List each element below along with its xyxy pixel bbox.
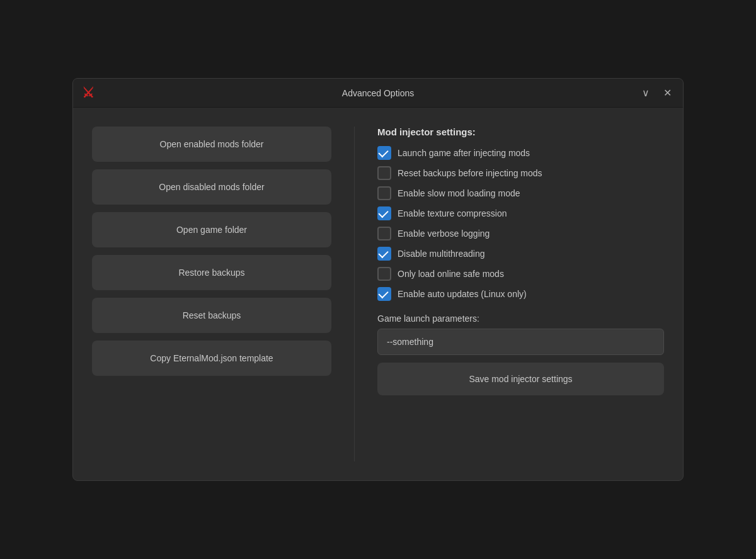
panel-divider: [354, 127, 355, 461]
window-controls: ∨ ✕: [639, 87, 674, 99]
advanced-options-window: ⚔ Advanced Options ∨ ✕ Open enabled mods…: [72, 78, 684, 481]
restore-backups-button[interactable]: Restore backups: [92, 255, 331, 290]
minimize-button[interactable]: ∨: [639, 87, 652, 99]
checkbox-reset-backups-box[interactable]: [377, 166, 391, 180]
app-logo-icon: ⚔: [82, 86, 94, 100]
checkbox-disable-multithreading[interactable]: Disable multithreading: [377, 247, 664, 261]
save-mod-injector-settings-button[interactable]: Save mod injector settings: [377, 363, 664, 395]
checkbox-slow-mod-box[interactable]: [377, 186, 391, 200]
checkbox-list: Launch game after injecting mods Reset b…: [377, 146, 664, 301]
game-launch-params-input[interactable]: [377, 329, 664, 355]
checkbox-texture-compression-label: Enable texture compression: [398, 208, 507, 218]
checkbox-verbose-logging-box[interactable]: [377, 227, 391, 240]
checkbox-auto-updates-box[interactable]: [377, 287, 391, 301]
game-launch-params-label: Game launch parameters:: [377, 313, 664, 324]
copy-template-button[interactable]: Copy EternalMod.json template: [92, 341, 331, 376]
window-title: Advanced Options: [342, 88, 414, 98]
checkbox-slow-mod[interactable]: Enable slow mod loading mode: [377, 186, 664, 200]
titlebar: ⚔ Advanced Options ∨ ✕: [73, 79, 683, 108]
open-enabled-mods-button[interactable]: Open enabled mods folder: [92, 127, 331, 162]
checkbox-auto-updates-label: Enable auto updates (Linux only): [398, 289, 527, 299]
open-disabled-mods-button[interactable]: Open disabled mods folder: [92, 169, 331, 205]
checkbox-launch-game-box[interactable]: [377, 146, 391, 160]
main-content: Open enabled mods folder Open disabled m…: [73, 108, 683, 480]
checkbox-disable-multithreading-box[interactable]: [377, 247, 391, 261]
reset-backups-button[interactable]: Reset backups: [92, 298, 331, 333]
right-panel: Mod injector settings: Launch game after…: [377, 127, 664, 461]
mod-injector-section-title: Mod injector settings:: [377, 127, 664, 137]
left-panel: Open enabled mods folder Open disabled m…: [92, 127, 331, 461]
checkbox-verbose-logging-label: Enable verbose logging: [398, 229, 490, 239]
checkbox-auto-updates[interactable]: Enable auto updates (Linux only): [377, 287, 664, 301]
checkbox-launch-game[interactable]: Launch game after injecting mods: [377, 146, 664, 160]
close-button[interactable]: ✕: [661, 87, 674, 99]
checkbox-online-safe-mods-box[interactable]: [377, 267, 391, 281]
checkbox-launch-game-label: Launch game after injecting mods: [398, 148, 530, 158]
checkbox-verbose-logging[interactable]: Enable verbose logging: [377, 227, 664, 240]
checkbox-disable-multithreading-label: Disable multithreading: [398, 249, 485, 259]
checkbox-reset-backups-label: Reset backups before injecting mods: [398, 168, 542, 178]
checkbox-slow-mod-label: Enable slow mod loading mode: [398, 188, 520, 198]
checkbox-reset-backups[interactable]: Reset backups before injecting mods: [377, 166, 664, 180]
open-game-folder-button[interactable]: Open game folder: [92, 212, 331, 247]
checkbox-texture-compression-box[interactable]: [377, 206, 391, 220]
checkbox-online-safe-mods-label: Only load online safe mods: [398, 269, 504, 279]
checkbox-texture-compression[interactable]: Enable texture compression: [377, 206, 664, 220]
checkbox-online-safe-mods[interactable]: Only load online safe mods: [377, 267, 664, 281]
